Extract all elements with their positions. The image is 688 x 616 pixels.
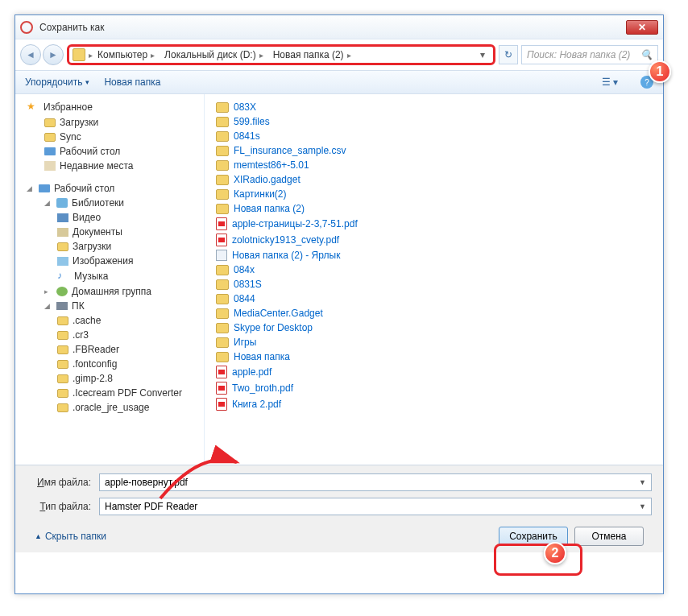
tree-pc[interactable]: ◢ПК <box>15 299 204 313</box>
chevron-down-icon[interactable]: ▼ <box>639 502 646 511</box>
nav-bar: ◄ ► ▸ Компьютер▸ Локальный диск (D:)▸ Но… <box>15 39 663 70</box>
nav-tree: ★Избранное Загрузки Sync Рабочий стол Не… <box>15 94 205 465</box>
file-item[interactable]: 084x <box>214 263 392 276</box>
file-name: Книга 2.pdf <box>232 399 281 410</box>
breadcrumb-seg-computer[interactable]: Компьютер▸ <box>93 49 160 60</box>
tree-item[interactable]: .oracle_jre_usage <box>15 400 204 415</box>
file-item[interactable]: 083X <box>214 101 392 114</box>
tree-item[interactable]: Видео <box>15 210 204 225</box>
tree-item[interactable]: Изображения <box>15 254 204 268</box>
pdf-icon <box>216 382 227 395</box>
file-list: 083X599.files0841sFL_insurance_sample.cs… <box>205 94 663 465</box>
filename-input[interactable]: apple-повернут.pdf ▼ <box>99 473 652 491</box>
folder-icon <box>216 337 229 348</box>
file-item[interactable]: apple-страницы-2-3,7-51.pdf <box>214 217 392 231</box>
file-item[interactable]: Новая папка (2) - Ярлык <box>214 249 392 262</box>
tree-item[interactable]: .gimp-2.8 <box>15 371 204 386</box>
file-name: 0831S <box>234 279 262 290</box>
tree-item[interactable]: ♪Музыка <box>15 268 204 284</box>
bottom-panel: Имя файла: apple-повернут.pdf ▼ Тип файл… <box>15 465 663 552</box>
file-name: 084x <box>234 264 255 275</box>
file-item[interactable]: Новая папка <box>214 350 392 363</box>
file-name: apple-страницы-2-3,7-51.pdf <box>232 218 358 229</box>
file-item[interactable]: Новая папка (2) <box>214 202 392 215</box>
file-item[interactable]: apple.pdf <box>214 365 392 379</box>
file-item[interactable]: MediaCenter.Gadget <box>214 307 392 320</box>
new-folder-button[interactable]: Новая папка <box>104 76 160 88</box>
file-item[interactable]: 0841s <box>214 130 392 143</box>
folder-icon <box>216 279 229 290</box>
hide-folders-button[interactable]: ▲Скрыть папки <box>35 531 106 542</box>
link-icon <box>216 250 227 261</box>
close-button[interactable]: ✕ <box>626 20 658 35</box>
tree-item[interactable]: .fontconfig <box>15 357 204 371</box>
tree-item[interactable]: Рабочий стол <box>15 144 204 159</box>
tree-favorites[interactable]: ★Избранное <box>15 99 204 115</box>
annotation-badge-1: 1 <box>649 60 671 83</box>
breadcrumb[interactable]: ▸ Компьютер▸ Локальный диск (D:)▸ Новая … <box>67 44 495 65</box>
folder-icon <box>216 294 229 304</box>
file-name: memtest86+-5.01 <box>234 159 309 171</box>
file-name: Skype for Desktop <box>234 322 313 333</box>
breadcrumb-dropdown[interactable]: ▾ <box>475 49 490 60</box>
file-name: 0844 <box>234 293 255 304</box>
drive-icon <box>73 48 85 61</box>
search-input[interactable]: Поиск: Новая папка (2) 🔍 <box>521 45 658 64</box>
tree-item[interactable]: .FBReader <box>15 342 204 357</box>
file-item[interactable]: zolotnicky1913_cvety.pdf <box>214 233 392 247</box>
back-button[interactable]: ◄ <box>20 44 41 65</box>
folder-icon <box>216 131 229 142</box>
chevron-down-icon[interactable]: ▼ <box>639 478 646 486</box>
folder-icon <box>216 265 229 275</box>
folder-icon <box>216 189 229 200</box>
folder-icon <box>216 160 229 171</box>
file-item[interactable]: XIRadio.gadget <box>214 173 392 186</box>
file-item[interactable]: Картинки(2) <box>214 188 392 201</box>
file-name: zolotnicky1913_cvety.pdf <box>232 234 339 246</box>
file-name: Новая папка <box>234 351 290 362</box>
folder-icon <box>216 117 229 127</box>
file-name: FL_insurance_sample.csv <box>234 145 346 156</box>
file-item[interactable]: Игры <box>214 336 392 349</box>
tree-item[interactable]: .cache <box>15 313 204 328</box>
filetype-label: Тип файла: <box>27 501 99 512</box>
tree-item[interactable]: .cr3 <box>15 328 204 342</box>
save-as-dialog: Сохранить как ✕ ◄ ► ▸ Компьютер▸ Локальн… <box>15 14 664 594</box>
file-item[interactable]: memtest86+-5.01 <box>214 159 392 172</box>
refresh-button[interactable]: ↻ <box>499 45 518 64</box>
tree-item[interactable]: Sync <box>15 130 204 144</box>
tree-homegroup[interactable]: ▸Домашняя группа <box>15 284 204 299</box>
breadcrumb-seg-drive[interactable]: Локальный диск (D:)▸ <box>160 49 268 60</box>
file-item[interactable]: 599.files <box>214 115 392 128</box>
file-name: Two_broth.pdf <box>232 382 293 394</box>
file-item[interactable]: Two_broth.pdf <box>214 381 392 395</box>
tree-item[interactable]: Документы <box>15 225 204 239</box>
filetype-select[interactable]: Hamster PDF Reader ▼ <box>99 498 652 515</box>
tree-libraries[interactable]: ◢Библиотеки <box>15 196 204 210</box>
view-button[interactable]: ☰ ▾ <box>602 76 618 88</box>
cancel-button[interactable]: Отмена <box>574 527 644 546</box>
folder-icon <box>216 175 229 185</box>
file-item[interactable]: FL_insurance_sample.csv <box>214 144 392 157</box>
folder-icon <box>216 204 229 214</box>
file-name: Новая папка (2) <box>234 203 305 214</box>
file-item[interactable]: 0844 <box>214 292 392 305</box>
file-item[interactable]: 0831S <box>214 278 392 291</box>
breadcrumb-seg-folder[interactable]: Новая папка (2)▸ <box>268 49 356 60</box>
pdf-icon <box>216 217 227 230</box>
folder-icon <box>216 102 229 113</box>
organize-button[interactable]: Упорядочить ▾ <box>25 76 89 88</box>
folder-icon <box>216 352 229 362</box>
tree-item[interactable]: Загрузки <box>15 115 204 130</box>
file-item[interactable]: Skype for Desktop <box>214 321 392 334</box>
tree-item[interactable]: .Icecream PDF Converter <box>15 386 204 400</box>
file-name: Картинки(2) <box>234 188 287 200</box>
pdf-icon <box>216 366 227 378</box>
file-name: Новая папка (2) - Ярлык <box>232 250 340 261</box>
file-name: Игры <box>234 337 256 348</box>
file-item[interactable]: Книга 2.pdf <box>214 397 392 411</box>
tree-item[interactable]: Недавние места <box>15 159 204 173</box>
tree-desktop[interactable]: ◢Рабочий стол <box>15 181 204 196</box>
forward-button[interactable]: ► <box>43 44 64 65</box>
tree-item[interactable]: Загрузки <box>15 239 204 254</box>
